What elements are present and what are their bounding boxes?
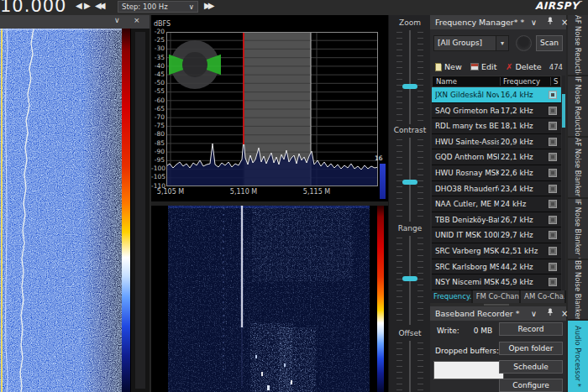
tab-if-noise-reduction[interactable]: IF Noise Reduction *	[568, 76, 588, 136]
frequency-list[interactable]: JXN Gildeskål Novik ...16,4 kHz SAQ Grim…	[432, 87, 561, 290]
list-item[interactable]: SRC Karlsborg MSK44,2 kHz	[432, 259, 561, 275]
list-item[interactable]: SAQ Grimeton Radio ...17,2 kHz	[432, 103, 561, 119]
left-waterfall-scroll-strip[interactable]	[131, 29, 150, 392]
scan-checkbox[interactable]	[549, 107, 557, 115]
x-axis-tick: 5,115 M	[298, 188, 335, 196]
zoom-slider-thumb[interactable]	[402, 84, 417, 89]
delete-entry-button[interactable]: ✗ Delete	[506, 62, 542, 71]
step-back-icon[interactable]: ◀◀	[95, 1, 102, 10]
range-slider-label: Range	[389, 224, 431, 233]
edit-entry-button[interactable]: Edit	[470, 62, 496, 71]
vfo-frequency-display[interactable]: 10.000	[0, 0, 66, 15]
pin-glyph	[547, 17, 554, 25]
write-label: Write:	[437, 327, 459, 335]
offset-slider-rail	[409, 341, 411, 392]
range-slider-thumb[interactable]	[402, 276, 417, 281]
write-value: 0 MB	[474, 327, 493, 335]
scan-checkbox[interactable]	[549, 263, 557, 271]
list-item[interactable]: TBB Denizköy-Bafa M...26,7 kHz	[432, 212, 561, 228]
left-waterfall-intensity-legend	[122, 29, 130, 392]
main-waterfall[interactable]	[151, 206, 388, 392]
scan-checkbox[interactable]	[549, 216, 557, 224]
column-scan[interactable]: S	[550, 77, 558, 86]
list-item[interactable]: RDL many txs BEE-36 ...18,1 kHz	[432, 118, 561, 134]
list-action-row: New Edit ✗ Delete 474	[435, 62, 563, 74]
open-folder-button[interactable]: Open folder	[499, 342, 563, 355]
step-select[interactable]: Step: 100 Hz ∨	[118, 1, 198, 13]
list-item[interactable]: UNID IT MSK 100bd29,7 kHz	[432, 227, 561, 243]
list-scrollbar[interactable]	[562, 76, 565, 290]
recorder-level-display	[433, 361, 504, 379]
tab-af-noise-blanker[interactable]: AF Noise Blanker *	[568, 138, 588, 197]
main-waterfall-intensity-legend	[377, 206, 384, 392]
list-scrollbar-thumb[interactable]	[562, 94, 565, 128]
list-header[interactable]: Name Frequency S	[432, 76, 561, 87]
edit-label: Edit	[481, 62, 496, 71]
close-icon[interactable]: ×	[134, 16, 140, 24]
tab-bb-noise-blanker[interactable]: BB Noise Blanker *	[568, 260, 588, 320]
y-axis-tick: -60	[151, 97, 165, 104]
list-item[interactable]: NSY Niscemi MSK45,9 kHz	[432, 274, 561, 290]
column-frequency[interactable]: Frequency	[500, 77, 540, 86]
y-axis-tick: -75	[151, 122, 165, 129]
left-waterfall-canvas	[0, 29, 122, 392]
tab-audio-processor[interactable]: Audio Processor *	[568, 321, 588, 392]
scan-checkbox[interactable]	[549, 153, 557, 161]
edit-icon	[470, 63, 479, 71]
scan-checkbox[interactable]	[549, 200, 557, 208]
group-selector-value: [All Groups]	[438, 39, 482, 47]
step-forward-icon[interactable]: ▶▶	[204, 1, 212, 10]
tab-fm-co-channel[interactable]: FM Co-Chan...	[473, 290, 519, 303]
y-axis-tick: -20	[151, 28, 165, 35]
tab-frequency-manager[interactable]: Frequency...	[430, 290, 471, 303]
range-slider[interactable]	[396, 236, 423, 325]
gauge-hub	[182, 52, 207, 77]
baseband-recorder-panel: Baseband Recorder * ∨ × Write: 0 MB Drop…	[430, 306, 566, 392]
column-name[interactable]: Name	[436, 77, 457, 86]
group-selector-dropdown[interactable]: [All Groups] ▾	[433, 35, 509, 51]
contrast-slider[interactable]	[396, 138, 423, 222]
y-axis-tick: -45	[151, 71, 165, 78]
list-item[interactable]: NAA Cutler, ME MSK24 kHz	[432, 196, 561, 212]
list-item[interactable]: SRC Varberg MSK42,51 kHz	[432, 243, 561, 259]
x-axis-tick: 5,105 M	[152, 188, 189, 196]
schedule-button[interactable]: Schedule	[499, 360, 563, 374]
zoom-slider[interactable]	[396, 30, 423, 124]
delete-label: Delete	[515, 62, 541, 71]
scan-checkbox[interactable]	[549, 231, 557, 239]
offset-slider[interactable]	[396, 341, 423, 392]
sdrsharp-window: 10.000 ◀ ▶ ◀◀ Step: 100 Hz ∨ ▶▶ AIRSPY ∨…	[0, 0, 588, 392]
scan-button[interactable]: Scan	[536, 35, 563, 51]
plugin-sidetabs: AF Noise Reduction * IF Noise Reduction …	[568, 15, 588, 392]
scan-checkbox[interactable]	[549, 247, 557, 255]
left-waterfall[interactable]	[0, 29, 150, 392]
spectrum-analyzer[interactable]: dBFS -20 -25 -30 -35 -40 -45 -50 -55 -60…	[151, 15, 388, 201]
tune-right-icon[interactable]: ▶	[84, 1, 91, 10]
tab-af-noise-reduction[interactable]: AF Noise Reduction *	[568, 15, 588, 75]
chevron-down-icon[interactable]: ∨	[114, 16, 120, 24]
contrast-slider-thumb[interactable]	[402, 180, 417, 185]
scan-checkbox[interactable]	[549, 91, 557, 99]
tab-am-co-channel[interactable]: AM Co-Cha...	[521, 290, 564, 303]
list-item[interactable]: HWU Sainte-Assise M...20,9 kHz	[432, 134, 561, 150]
list-item[interactable]: DHO38 Rhauderfehn...23,4 kHz	[432, 181, 561, 197]
list-item[interactable]: GQD Anthorn MSK22,1 kHz	[432, 149, 561, 165]
record-button[interactable]: Record	[499, 322, 563, 336]
scan-checkbox[interactable]	[549, 138, 557, 146]
list-item[interactable]: HWU Rosnay MSK22,6 kHz	[432, 165, 561, 181]
y-axis-tick: -30	[151, 44, 165, 52]
scan-checkbox[interactable]	[549, 169, 557, 177]
x-axis-tick: 5,110 M	[225, 188, 262, 196]
new-entry-button[interactable]: New	[435, 62, 462, 71]
scan-checkbox[interactable]	[549, 185, 557, 193]
frequency-manager-panel: Frequency Manager* * ∨ × [All Groups] ▾ …	[430, 15, 566, 290]
y-axis-tick: -90	[151, 148, 165, 155]
scan-checkbox[interactable]	[549, 122, 557, 130]
contrast-slider-label: Contrast	[389, 126, 431, 134]
tune-left-icon[interactable]: ◀	[76, 1, 82, 10]
tab-if-noise-blanker[interactable]: IF Noise Blanker *	[568, 199, 588, 259]
record-round-button[interactable]	[516, 35, 532, 51]
list-item[interactable]: JXN Gildeskål Novik ...16,4 kHz	[432, 87, 561, 103]
configure-button[interactable]: Configure	[499, 379, 563, 392]
scan-checkbox[interactable]	[549, 278, 557, 286]
